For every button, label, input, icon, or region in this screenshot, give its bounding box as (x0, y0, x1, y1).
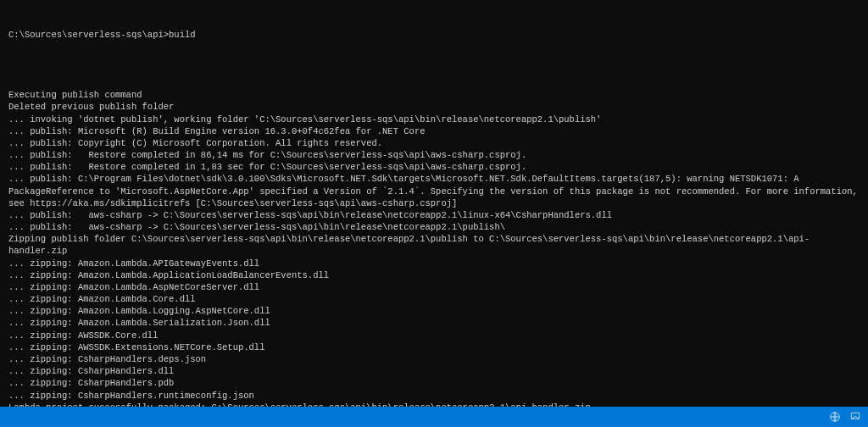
terminal-line: ... zipping: Amazon.Lambda.Serialization… (8, 317, 860, 329)
terminal-line: ... publish: C:\Program Files\dotnet\sdk… (8, 173, 860, 209)
taskbar[interactable] (0, 407, 868, 427)
terminal-line (8, 77, 860, 89)
terminal-line: ... zipping: Amazon.Lambda.Core.dll (8, 293, 860, 305)
terminal-line: ... zipping: AWSSDK.Extensions.NETCore.S… (8, 341, 860, 353)
terminal-line: ... publish: Restore completed in 86,14 … (8, 149, 860, 161)
terminal-line: ... publish: aws-csharp -> C:\Sources\se… (8, 221, 860, 233)
terminal-lines-container: Executing publish commandDeleted previou… (8, 65, 860, 407)
terminal-line: ... zipping: CsharpHandlers.pdb (8, 377, 860, 389)
terminal-line: ... zipping: CsharpHandlers.runtimeconfi… (8, 390, 860, 402)
terminal-line: ... publish: Microsoft (R) Build Engine … (8, 125, 860, 137)
terminal-line: ... publish: aws-csharp -> C:\Sources\se… (8, 209, 860, 221)
terminal-line: Zipping publish folder C:\Sources\server… (8, 233, 860, 257)
terminal-line: ... zipping: Amazon.Lambda.AspNetCoreSer… (8, 281, 860, 293)
notifications-icon[interactable] (849, 411, 861, 423)
terminal-line: ... publish: Copyright (C) Microsoft Cor… (8, 137, 860, 149)
terminal-line: ... zipping: Amazon.Lambda.APIGatewayEve… (8, 258, 860, 269)
terminal-line: ... zipping: AWSSDK.Core.dll (8, 330, 860, 341)
terminal-line: Deleted previous publish folder (8, 101, 860, 113)
language-icon[interactable] (829, 411, 841, 423)
terminal-output[interactable]: C:\Sources\serverless-sqs\api>build Exec… (0, 0, 868, 407)
terminal-line (8, 65, 860, 77)
terminal-line: Executing publish command (8, 89, 860, 101)
terminal-line: ... invoking 'dotnet publish', working f… (8, 114, 860, 125)
terminal-line: ... publish: Restore completed in 1,83 s… (8, 161, 860, 173)
terminal-line: ... zipping: Amazon.Lambda.Logging.AspNe… (8, 305, 860, 317)
command-prompt-line: C:\Sources\serverless-sqs\api>build (8, 29, 860, 41)
terminal-line: ... zipping: Amazon.Lambda.ApplicationLo… (8, 269, 860, 281)
terminal-line: ... zipping: CsharpHandlers.dll (8, 365, 860, 377)
terminal-line: ... zipping: CsharpHandlers.deps.json (8, 353, 860, 365)
